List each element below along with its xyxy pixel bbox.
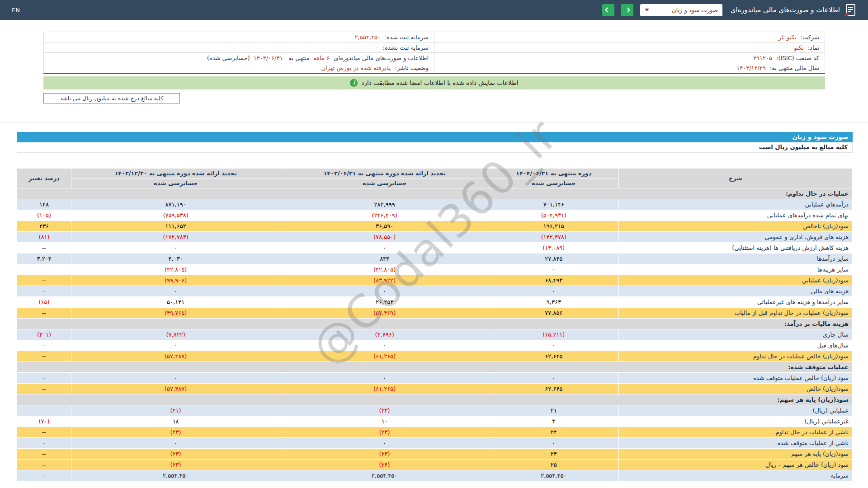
company-name-value: تکنو تار [778,34,796,41]
isic-value: ۲۹۱۲۰۵ [753,55,772,61]
nav-next-button[interactable] [621,4,633,16]
row-description: بهای تمام شده درآمدهای عملیاتی [618,210,852,221]
value-current-period: ۲۷,۸۴۵ [489,253,618,264]
section-label: عملیات در حال تداوم: [17,188,853,199]
row-description: عملیاتي (ریال) [618,405,852,416]
table-row: سایر درآمدها ۲۷,۸۴۵ ۸۴۳ ۴,۰۳۰ ۳,۲۰۳ [17,253,853,264]
value-restated-1403-12: ۸۷۱,۱۹۰ [71,199,280,210]
row-description: سود(زیان) ناخالص [618,221,852,231]
table-row: سال‌های قبل ۰ ۰ ۰ ۰ [17,340,853,351]
value-change-percent: -- [17,383,71,394]
value-change-percent: -- [17,307,71,318]
value-restated-1403-12: (۲۳) [71,427,280,437]
value-restated-1403-06: ۸۴۳ [280,253,489,264]
section-divider [0,122,868,123]
row-description: درآمدهاي عملياتي [618,199,852,210]
issuer-status-cell: وضعیت ناشر: پذیرفته شده در بورس تهران [44,63,434,74]
value-restated-1403-06: ۰ [280,372,489,383]
signature-match-banner: اطلاعات نمایش داده شده با اطلاعات امضا ش… [43,76,825,89]
value-change-percent: ۳,۲۰۳ [17,253,71,264]
value-restated-1403-12: ۱۸ [71,416,280,427]
table-row: بهای تمام شده درآمدهای عملیاتی (۵۰۴,۹۳۱)… [17,210,853,221]
company-info-table: شرکت: تکنو تار سرمایه ثبت شده: ۲,۵۵۴,۴۵۰… [43,32,825,74]
value-change-percent: -- [17,264,71,275]
row-description: سود(زیان) پایه هر سهم [618,448,852,459]
info-circle-icon: i [350,79,358,87]
table-row: سود(زیان) خالص عملیات در حال تداوم ۶۲,۶۴… [17,351,853,361]
value-current-period: ۷۷,۸۵۶ [489,307,618,318]
row-description: هزینه کاهش ارزش دریافتنی ها (هزینه استثن… [618,242,852,253]
caret-down-icon [645,9,649,11]
company-info-section: شرکت: تکنو تار سرمایه ثبت شده: ۲,۵۵۴,۴۵۰… [43,32,825,103]
chevron-left-icon [605,7,610,12]
value-current-period: ۰ [489,340,618,351]
value-change-percent: (۳۰۱) [17,329,71,340]
ticker-label: نماد: [808,44,819,51]
table-row: سود(زیان) خالص ۶۲,۶۴۵ (۶۱,۲۶۵) (۵۷,۴۸۷) … [17,383,853,394]
row-description: سود(زیان) خالص عملیات در حال تداوم [618,351,852,361]
period-length-value: ۶ ماهه [313,55,330,61]
table-row: سود (زیان) خالص عملیات متوقف شده ۰ ۰ ۰ ۰ [17,372,853,383]
isic-cell: کد صنعت (ISIC): ۲۹۱۲۰۵ [434,53,825,63]
value-current-period: ۶۲,۶۴۵ [489,383,618,394]
value-change-percent: (۸۱) [17,231,71,242]
table-row: عملیاتي (ریال) ۲۱ (۳۳) (۴۱) -- [17,405,853,416]
table-row: سود (زیان) خالص هر سهم – ریال ۲۵ (۲۴) (۲… [17,459,853,470]
row-description: سال‌های قبل [618,340,852,351]
table-row: ناشي از عملیات در حال تداوم ۲۴ (۲۳) (۲۳)… [17,427,853,437]
header-restated-1403-06: تجدید ارائه شده دوره منتهی به ۱۴۰۳/۰۶/۳۱ [280,168,489,178]
registered-capital-value: ۲,۵۵۴,۴۵۰ [355,34,381,41]
value-restated-1403-06: (۵۷,۴۶۹) [280,307,489,318]
table-row: سایر درآمدها و هزینه های غیرعملیاتی ۹,۳۶… [17,296,853,307]
table-row: درآمدهاي عملياتي ۷۰۱,۱۴۶ ۲۸۲,۹۹۹ ۸۷۱,۱۹۰… [17,199,853,210]
value-change-percent: -- [17,427,71,437]
value-change-percent: ۰ [17,437,71,448]
row-description: سایر هزینه‌ها [618,264,852,275]
row-description: هزینه های مالی [618,286,852,296]
value-restated-1403-12: ۰ [71,286,280,296]
statement-body: عملیات در حال تداوم: درآمدهاي عملياتي ۷۰… [17,188,853,481]
value-restated-1403-06: ۳۶,۵۹۰ [280,221,489,231]
value-restated-1403-06: (۶۱,۲۶۵) [280,383,489,394]
value-restated-1403-06: (۴۲,۸۰۵) [280,264,489,275]
value-current-period: ۰ [489,437,618,448]
table-row: ناشي از عملیات متوقف شده ۰ ۰ ۰ ۰ [17,437,853,448]
value-restated-1403-06: (۲۳) [280,448,489,459]
value-current-period: ۰ [489,264,618,275]
period-ending-label: منتهی به [289,55,310,61]
subheader-audited: حسابرسی شده [489,178,618,188]
audited-suffix: (حسابرسی شده) [207,55,250,61]
header-current-period: دوره منتهی به ۱۴۰۴/۰۶/۳۱ [489,168,618,178]
section-label: هزینه مالیات بر درآمد: [17,318,853,329]
value-current-period: (۱۳,۰۸۹) [489,242,618,253]
value-restated-1403-06: (۲۳) [280,427,489,437]
company-row: سال مالی منتهی به: ۱۴۰۴/۱۲/۲۹ وضعیت ناشر… [44,63,825,74]
value-restated-1403-12: (۲۳) [71,448,280,459]
statement-type-select[interactable]: صورت سود و زیان [640,4,722,16]
value-restated-1403-12: (۵۷,۴۸۷) [71,351,280,361]
language-toggle[interactable]: EN [12,7,20,14]
value-change-percent: ۰ [17,470,71,481]
value-restated-1403-12: ۵۰,۱۴۱ [71,296,280,307]
unregistered-capital-cell: سرمایه ثبت نشده: ۰ [44,42,434,53]
value-restated-1403-06: ۰ [280,286,489,296]
topbar: اطلاعات و صورت‌های مالی میاندوره‌ای صورت… [0,0,868,20]
row-description: سود(زیان) عملیات در حال تداوم قبل از مال… [618,307,852,318]
company-row: نماد: تکنو سرمایه ثبت نشده: ۰ [44,42,825,53]
value-restated-1403-12: (۷۵۹,۵۳۸) [71,210,280,221]
value-restated-1403-06: ۲,۵۵۴,۴۵۰ [280,470,489,481]
row-description: ناشي از عملیات در حال تداوم [618,427,852,437]
table-row: سایر هزینه‌ها ۰ (۴۲,۸۰۵) (۴۲,۸۰۵) -- [17,264,853,275]
value-change-percent: -- [17,242,71,253]
value-current-period: ۲۴ [489,448,618,459]
value-change-percent: ۰ [17,286,71,296]
value-restated-1403-06: (۶۱,۲۶۵) [280,351,489,361]
amounts-unit-box: کلیه مبالغ درج شده به میلیون ریال می باش… [43,93,180,103]
ticker-value: تکنو [794,44,803,51]
row-description: سایر درآمدها [618,253,852,264]
table-row: سود(زیان) عملیاتي ۶۸,۴۹۳ (۸۳,۹۲۲) (۹۹,۹۰… [17,275,853,286]
nav-previous-button[interactable] [602,4,614,16]
value-restated-1403-12: (۴۹,۷۶۵) [71,307,280,318]
table-section-row: هزینه مالیات بر درآمد: [17,318,853,329]
value-restated-1403-06: (۳,۷۹۶) [280,329,489,340]
